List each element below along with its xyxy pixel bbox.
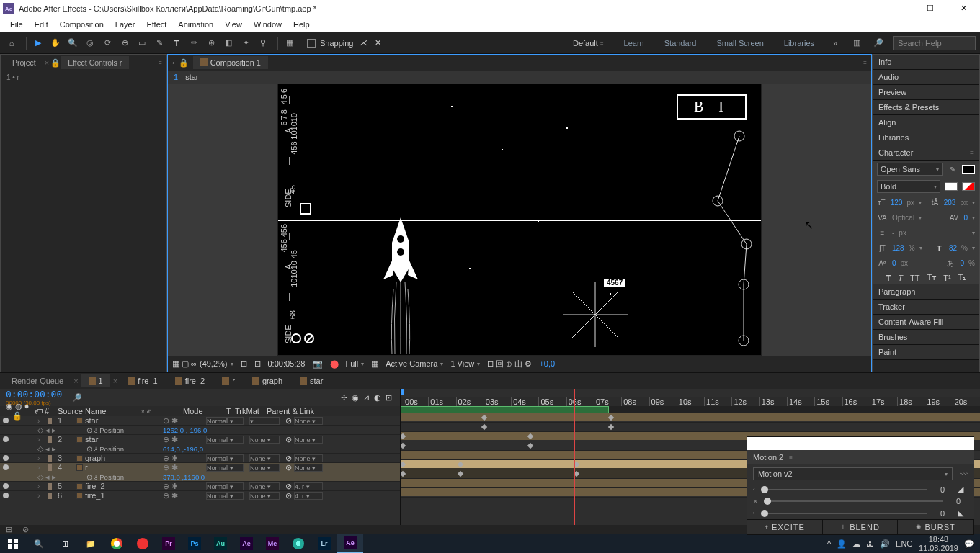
taskbar-explorer[interactable]: 📁 — [78, 534, 104, 553]
tray-network-icon[interactable]: 🖧 — [866, 539, 874, 548]
menu-composition[interactable]: Composition — [54, 17, 110, 32]
type-tool-icon[interactable]: T — [169, 36, 184, 50]
workspace-learn[interactable]: Learn — [618, 39, 651, 48]
motion2-slider-3[interactable] — [761, 513, 927, 514]
taskbar-aftereffects-active[interactable]: Ae — [337, 534, 363, 553]
taskbar-lightroom[interactable]: Lr — [311, 534, 337, 553]
motion2-curve-icon[interactable]: 〰 — [960, 469, 968, 478]
stroke-value[interactable]: - — [892, 229, 894, 237]
anchor-tool-icon[interactable]: ⊕ — [117, 36, 132, 50]
hand-tool-icon[interactable]: ✋ — [48, 36, 63, 50]
tab-effect-controls[interactable]: Effect Controls r — [61, 56, 129, 69]
pen-tool-icon[interactable]: ✎ — [152, 36, 166, 50]
panel-info[interactable]: Info — [873, 55, 979, 70]
tl-icon-1[interactable]: ✢ — [341, 393, 347, 403]
panel-tracker[interactable]: Tracker — [873, 300, 979, 315]
font-family-dropdown[interactable]: Open Sans▾ — [877, 163, 943, 176]
rotate-tool-icon[interactable]: ⟳ — [100, 36, 115, 50]
roto-tool-icon[interactable]: ✦ — [239, 36, 253, 50]
rect-tool-icon[interactable]: ▭ — [135, 36, 149, 50]
taskbar-audition[interactable]: Au — [208, 534, 233, 553]
info-icon[interactable]: ⊞ — [6, 525, 15, 534]
layer-row[interactable]: › 4 r ⊕ ✱ Normal ▾ None ▾ ⊘ None ▾ — [0, 463, 400, 472]
layer-property-row[interactable]: ◇ ◂ ▸ ⊙ ⫰ Position 1262,0 ,-196,0 — [0, 426, 400, 435]
panel-brushes[interactable]: Brushes — [873, 330, 979, 345]
superscript-icon[interactable]: T¹ — [943, 274, 950, 282]
menu-file[interactable]: File — [4, 17, 29, 32]
snapping-checkbox[interactable] — [307, 39, 316, 48]
tl-icon-4[interactable]: ◐ — [374, 393, 381, 403]
tab-fire-2[interactable]: fire_2 — [168, 374, 213, 387]
task-view-icon[interactable]: ⊞ — [52, 534, 78, 553]
tray-people-icon[interactable]: 👤 — [837, 539, 847, 549]
search-layers-icon[interactable]: 🔎 — [72, 393, 82, 403]
mode-icon[interactable]: ▦ — [282, 36, 297, 50]
taskbar-aftereffects[interactable]: Ae — [233, 534, 259, 553]
tab-fire-1[interactable]: fire_1 — [120, 374, 165, 387]
motion2-slider-2[interactable] — [764, 500, 943, 502]
panel-align[interactable]: Align — [873, 115, 979, 130]
bold-icon[interactable]: T — [886, 274, 891, 282]
panel-content-aware[interactable]: Content-Aware Fill — [873, 315, 979, 330]
allcaps-icon[interactable]: TT — [910, 274, 919, 282]
timecode-display[interactable]: 0:00:00:00 — [6, 389, 62, 400]
vscale-value[interactable]: 128 — [892, 244, 904, 252]
hscale-value[interactable]: 82 — [949, 244, 957, 252]
grid-icon[interactable]: ⊡ — [254, 359, 261, 369]
tab-graph[interactable]: graph — [245, 374, 290, 387]
nav-back-icon[interactable]: ‹ — [172, 60, 174, 66]
close-button[interactable]: ✕ — [947, 0, 980, 17]
brush-tool-icon[interactable]: ✏ — [187, 36, 201, 50]
comp-tab[interactable]: Composition 1 — [193, 56, 268, 69]
layer-row[interactable]: › 2 star ⊕ ✱ Normal ▾ None ▾ ⊘ None ▾ — [0, 435, 400, 444]
tray-language[interactable]: ENG — [896, 539, 913, 548]
channel-icon[interactable]: ⬤ — [330, 359, 339, 369]
eraser-tool-icon[interactable]: ◧ — [221, 36, 236, 50]
home-icon[interactable]: ⌂ — [4, 36, 19, 50]
zoom-tool-icon[interactable]: 🔍 — [66, 36, 80, 50]
menu-effect[interactable]: Effect — [141, 17, 172, 32]
font-size-value[interactable]: 120 — [891, 199, 903, 207]
panel-character[interactable]: Character≡ — [873, 145, 979, 161]
tl-icon-3[interactable]: ⊿ — [363, 393, 370, 403]
layer-property-row[interactable]: ◇ ◂ ▸ ⊙ ⫰ Position 614,0 ,-196,0 — [0, 444, 400, 454]
workspace-overflow-icon[interactable]: » — [828, 36, 842, 50]
tl-icon-2[interactable]: ◉ — [352, 393, 359, 403]
taskbar-opera[interactable] — [130, 534, 156, 553]
tray-cloud-icon[interactable]: ☁ — [852, 539, 860, 549]
menu-window[interactable]: Window — [248, 17, 288, 32]
menu-view[interactable]: View — [219, 17, 248, 32]
lock-icon[interactable]: 🔒 — [179, 58, 189, 68]
swatch-white[interactable] — [945, 182, 958, 191]
search-input[interactable]: Search Help — [893, 36, 976, 50]
exposure-value[interactable]: +0,0 — [539, 359, 555, 368]
motion2-panel[interactable]: Motion 2≡ Motion v2▾ 〰 ‹0◢ ✕0 ›0◣ + EXCI… — [747, 436, 974, 535]
taskbar-photoshop[interactable]: Ps — [182, 534, 208, 553]
motion2-preset-dropdown[interactable]: Motion v2▾ — [753, 467, 953, 480]
layer-crumb-name[interactable]: star — [185, 73, 198, 81]
res-option-icon[interactable]: ⊞ — [241, 359, 247, 369]
tab-r[interactable]: r — [215, 374, 242, 387]
workspace-default[interactable]: Default ≡ — [566, 39, 610, 48]
leading-value[interactable]: 203 — [944, 199, 956, 207]
composition-canvas[interactable]: SIDE—A— 678 456 456 101010 45 SIDE—A— 45… — [278, 84, 761, 355]
time-display[interactable]: 0:00:05:28 — [268, 359, 306, 368]
tab-comp-1[interactable]: 1 — [81, 374, 110, 387]
panel-paint[interactable]: Paint — [873, 345, 979, 360]
taskbar-app-green[interactable] — [285, 534, 311, 553]
snapshot-icon[interactable]: 📷 — [313, 359, 323, 369]
font-weight-dropdown[interactable]: Bold▾ — [877, 180, 940, 193]
zoom-dropdown[interactable]: ▦ ▢ ∞ (49,2%) ▾ — [172, 359, 233, 369]
tl-icon-5[interactable]: ⊡ — [386, 393, 392, 403]
status-icon[interactable]: ⊘ — [22, 525, 32, 534]
workspace-standard[interactable]: Standard — [658, 39, 703, 48]
selection-tool-icon[interactable]: ▶ — [31, 36, 45, 50]
motion2-blend-button[interactable]: ⊥ BLEND — [823, 520, 899, 534]
layer-property-row[interactable]: ◇ ◂ ▸ ⊙ ⫰ Position 378,0 ,1160,0 — [0, 472, 400, 482]
tab-project[interactable]: Project — [5, 56, 43, 69]
tracking-value[interactable]: 0 — [963, 214, 968, 222]
tsume-value[interactable]: 0 — [961, 259, 965, 267]
layer-row[interactable]: › 3 graph ⊕ ✱ Normal ▾ None ▾ ⊘ None ▾ — [0, 454, 400, 463]
playhead[interactable] — [401, 389, 401, 539]
tray-volume-icon[interactable]: 🔊 — [880, 539, 890, 549]
